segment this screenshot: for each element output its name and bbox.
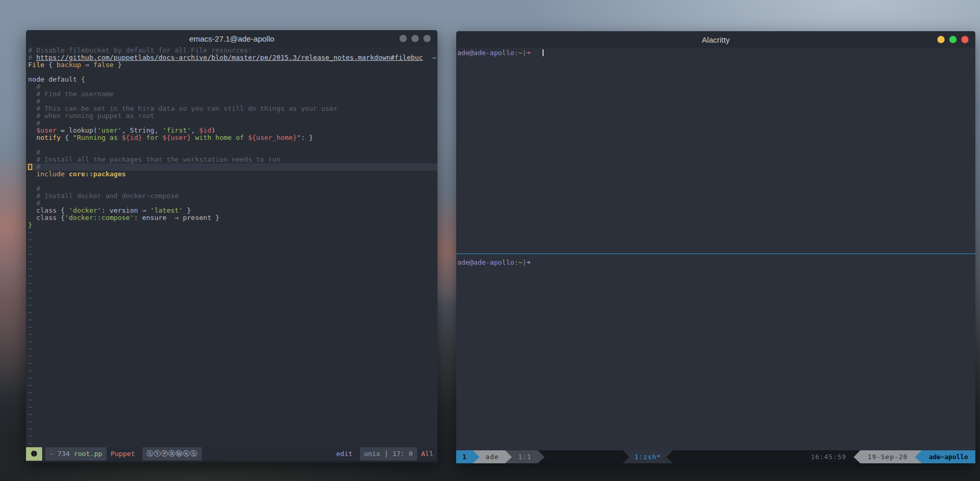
code-line: # [26,163,437,171]
terminal-cursor [543,49,544,56]
empty-line-tilde: ~ [26,236,437,243]
empty-line-tilde: ~ [26,272,437,280]
code-line: # [26,98,437,105]
emacs-window: emacs-27.1@ade-apollo # Disable filebuck… [26,30,437,463]
empty-line-tilde: ~ [26,418,437,425]
code-line: # [26,120,437,127]
empty-line-tilde: ~ [26,389,437,396]
desktop-wallpaper: emacs-27.1@ade-apollo # Disable filebuck… [0,0,980,481]
window-button-inactive-3[interactable] [423,35,431,42]
code-line: # This can be set in the hira data so yo… [26,105,437,112]
powerline-arrow-icon [854,450,860,463]
code-line: node default { [26,76,437,83]
tmux-date: 19-Sep-20 [860,450,915,463]
code-line: class { 'docker': version ⇒ 'latest' } [26,207,437,214]
powerline-arrow-icon [915,450,922,463]
empty-line-tilde: ~ [26,425,437,433]
window-button-inactive-2[interactable] [411,35,419,42]
code-line: # https://github.com/puppetlabs/docs-arc… [26,54,437,61]
code-line [26,69,437,76]
code-line: $user = lookup('user', String, 'first', … [26,127,437,134]
modeline-spacer [202,447,332,461]
line-wrap-arrow-icon: → [432,54,436,61]
modeline-filename: root.pp [74,450,102,458]
alacritty-titlebar[interactable]: Alacritty [456,31,975,48]
powerline-arrow-icon [473,450,480,463]
modeline-position: - 734 [49,450,70,458]
workspace-badge: ➊ [26,447,42,461]
modeline-indicator-icons: ⓈⓎⓅⓐⓌⓀⓈ [143,447,202,461]
empty-line-tilde: ~ [26,265,437,272]
code-line: } [26,222,437,229]
emacs-modeline: ➊ - 734 root.pp Puppet ⓈⓎⓅⓐⓌⓀⓈ edit unix… [26,447,437,461]
minimize-button[interactable] [937,36,945,43]
empty-line-tilde: ~ [26,229,437,236]
code-line: notify { "Running as ${id} for ${user} w… [26,134,437,141]
emacs-buffer[interactable]: # Disable filebucket by default for all … [26,47,437,447]
empty-line-tilde: ~ [26,309,437,316]
maximize-button[interactable] [949,36,957,43]
emacs-window-buttons [399,30,431,47]
tmux-filler-segment [545,450,623,463]
empty-line-tilde: ~ [26,294,437,302]
code-line: include core::packages [26,171,437,178]
empty-line-tilde: ~ [26,433,437,440]
empty-line-tilde: ~ [26,243,437,251]
code-line: # Install docker and docker-compose [26,192,437,200]
empty-line-tilde: ~ [26,404,437,411]
code-line: # Install all the packages that the work… [26,156,437,163]
code-line: File { backup ⇒ false } [26,61,437,69]
empty-line-tilde: ~ [26,396,437,404]
modeline-major-mode[interactable]: Puppet [107,447,139,461]
empty-line-tilde: ~ [26,382,437,389]
empty-line-tilde: ~ [26,251,437,258]
alacritty-window: Alacritty ade@ade-apollo:~|➜ ade@ade-apo… [456,31,975,463]
empty-line-tilde: ~ [26,440,437,447]
tmux-hostname: ade-apollo [922,450,975,463]
empty-line-tilde: ~ [26,353,437,360]
alacritty-window-buttons [937,31,969,48]
empty-line-tilde: ~ [26,302,437,309]
powerline-arrow-icon [623,450,629,463]
modeline-edit-state: edit [332,447,356,461]
code-line: class {'docker::compose': ensure ⇒ prese… [26,214,437,222]
emacs-titlebar[interactable]: emacs-27.1@ade-apollo [26,30,437,47]
empty-line-tilde: ~ [26,338,437,345]
window-button-inactive-1[interactable] [399,35,407,42]
code-line: # Find the username [26,90,437,98]
tmux-user-segment: ade [480,450,506,463]
emacs-cursor [28,164,32,170]
tmux-window-tab[interactable]: 1:zsh* [629,450,666,463]
empty-line-tilde: ~ [26,345,437,353]
modeline-encoding-position: unix | 17: 0 [360,447,417,461]
powerline-arrow-icon [505,450,512,463]
empty-line-tilde: ~ [26,258,437,265]
tmux-clock: 16:45:59 [673,450,854,463]
code-line: # [26,200,437,207]
tmux-pane-2[interactable]: ade@ade-apollo:~|➜ [456,254,975,450]
powerline-arrow-icon [666,450,673,463]
terminal-line: ade@ade-apollo:~|➜ [457,258,975,266]
tmux-session-badge: 1 [456,450,473,463]
code-line: # [26,83,437,90]
empty-line-tilde: ~ [26,331,437,338]
emacs-window-title: emacs-27.1@ade-apollo [189,34,275,43]
emacs-echo-area [26,461,437,463]
code-line: # [26,149,437,156]
tmux-pane-1[interactable]: ade@ade-apollo:~|➜ [456,48,975,253]
empty-line-tilde: ~ [26,280,437,287]
powerline-arrow-icon [538,450,545,463]
code-line [26,141,437,149]
code-line: # [26,185,437,192]
close-button[interactable] [961,36,969,43]
code-line: # Disable filebucket by default for all … [26,47,437,54]
empty-line-tilde: ~ [26,316,437,323]
empty-line-tilde: ~ [26,287,437,294]
code-line [26,178,437,185]
alacritty-window-title: Alacritty [702,35,729,44]
tmux-status-bar: 1 ade 1:1 1:zsh* 16:45:59 19-Sep-20 ade-… [456,450,975,463]
tmux-pane-indicator: 1:1 [512,450,538,463]
empty-line-tilde: ~ [26,360,437,367]
code-line: # when running puppet as root [26,112,437,120]
modeline-scroll-indicator: All [417,447,437,461]
